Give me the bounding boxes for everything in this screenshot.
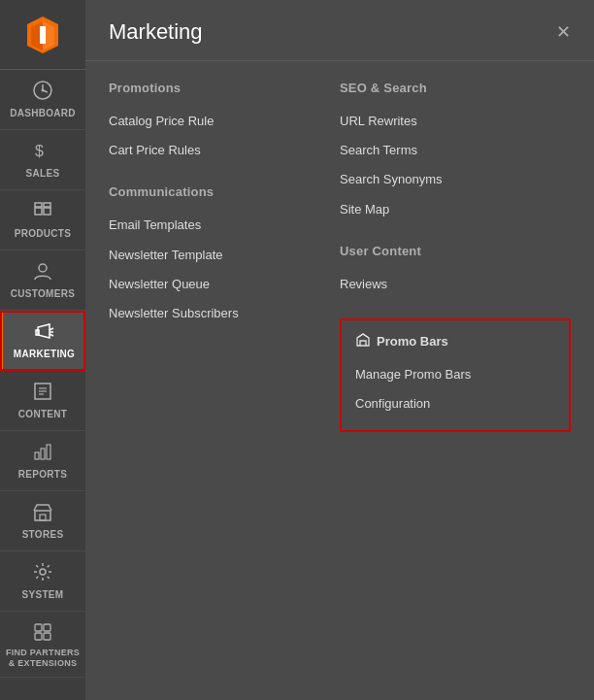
svg-rect-9 <box>35 203 42 207</box>
right-column: SEO & Search URL Rewrites Search Terms S… <box>340 81 571 451</box>
sidebar-item-label-reports: REPORTS <box>18 469 67 481</box>
sidebar-item-products[interactable]: PRODUCTS <box>0 190 85 250</box>
svg-text:$: $ <box>35 143 44 159</box>
svg-rect-21 <box>35 452 39 459</box>
newsletter-template-item[interactable]: Newsletter Template <box>109 241 340 270</box>
partners-icon <box>32 619 53 644</box>
reports-icon <box>32 441 53 465</box>
sidebar-item-sales[interactable]: $ SALES <box>0 130 85 190</box>
stores-icon <box>32 501 53 525</box>
promotions-section-title: Promotions <box>109 81 340 95</box>
sidebar: DASHBOARD $ SALES PRODUCTS CUSTOM <box>0 0 85 700</box>
promotions-section: Promotions Catalog Price Rule Cart Price… <box>109 81 340 165</box>
newsletter-subscribers-item[interactable]: Newsletter Subscribers <box>109 299 340 328</box>
svg-rect-3 <box>40 26 46 44</box>
sidebar-item-stores[interactable]: STORES <box>0 491 85 551</box>
system-icon <box>32 561 53 585</box>
sidebar-item-dashboard[interactable]: DASHBOARD <box>0 70 85 130</box>
dashboard-icon <box>32 80 53 104</box>
sidebar-logo <box>0 0 85 70</box>
catalog-price-rule-item[interactable]: Catalog Price Rule <box>109 107 340 136</box>
svg-point-5 <box>42 89 45 92</box>
svg-rect-27 <box>35 624 42 631</box>
panel-header: Marketing ✕ <box>85 0 594 61</box>
sidebar-item-label-dashboard: DASHBOARD <box>10 108 76 119</box>
sidebar-item-system[interactable]: SYSTEM <box>0 551 85 612</box>
panel-title: Marketing <box>109 19 203 45</box>
site-map-item[interactable]: Site Map <box>340 195 571 224</box>
svg-rect-8 <box>44 208 50 215</box>
marketing-icon <box>34 320 55 345</box>
configuration-item[interactable]: Configuration <box>355 389 555 418</box>
content-icon <box>32 381 53 405</box>
sidebar-item-label-content: CONTENT <box>18 409 67 420</box>
svg-rect-24 <box>35 511 50 520</box>
seo-search-section: SEO & Search URL Rewrites Search Terms S… <box>340 81 571 224</box>
newsletter-queue-item[interactable]: Newsletter Queue <box>109 270 340 299</box>
svg-rect-29 <box>35 633 42 640</box>
promo-bars-title: Promo Bars <box>355 332 555 350</box>
email-templates-item[interactable]: Email Templates <box>109 211 340 240</box>
seo-search-section-title: SEO & Search <box>340 81 571 95</box>
svg-rect-10 <box>44 203 50 207</box>
sidebar-item-label-system: SYSTEM <box>22 589 64 601</box>
svg-rect-28 <box>44 624 50 631</box>
communications-section: Communications Email Templates Newslette… <box>109 184 340 328</box>
user-content-section-title: User Content <box>340 244 571 258</box>
svg-rect-23 <box>47 445 50 459</box>
sidebar-item-label-customers: CUSTOMERS <box>11 288 75 300</box>
search-terms-item[interactable]: Search Terms <box>340 136 571 165</box>
customers-icon <box>32 260 53 284</box>
marketing-panel: Marketing ✕ Promotions Catalog Price Rul… <box>85 0 594 700</box>
sidebar-item-label-marketing: MARKETING <box>14 349 75 360</box>
promo-bars-icon <box>355 332 371 350</box>
sidebar-item-content[interactable]: CONTENT <box>0 371 85 431</box>
communications-section-title: Communications <box>109 184 340 199</box>
sidebar-item-marketing[interactable]: MARKETING <box>0 311 85 371</box>
svg-rect-7 <box>35 208 42 215</box>
svg-rect-25 <box>40 515 46 520</box>
left-column: Promotions Catalog Price Rule Cart Price… <box>109 81 340 451</box>
promo-bars-section: Promo Bars Manage Promo Bars Configurati… <box>340 318 571 432</box>
reviews-item[interactable]: Reviews <box>340 270 571 299</box>
sidebar-item-label-products: PRODUCTS <box>15 228 72 240</box>
cart-price-rules-item[interactable]: Cart Price Rules <box>109 136 340 165</box>
sales-icon: $ <box>32 140 53 164</box>
promo-bars-box: Promo Bars Manage Promo Bars Configurati… <box>340 318 571 432</box>
sidebar-item-label-partners: FIND PARTNERS & EXTENSIONS <box>4 648 82 669</box>
close-button[interactable]: ✕ <box>556 23 571 41</box>
svg-rect-30 <box>44 633 50 640</box>
user-content-section: User Content Reviews <box>340 244 571 299</box>
sidebar-item-label-stores: STORES <box>22 529 64 541</box>
promo-bars-section-title: Promo Bars <box>377 334 448 349</box>
manage-promo-bars-item[interactable]: Manage Promo Bars <box>355 360 555 389</box>
sidebar-item-partners[interactable]: FIND PARTNERS & EXTENSIONS <box>0 612 85 678</box>
svg-marker-12 <box>38 324 50 338</box>
products-icon <box>32 200 53 224</box>
svg-rect-22 <box>41 449 45 459</box>
sidebar-item-label-sales: SALES <box>26 168 60 180</box>
sidebar-item-reports[interactable]: REPORTS <box>0 431 85 491</box>
panel-content: Promotions Catalog Price Rule Cart Price… <box>85 61 594 471</box>
url-rewrites-item[interactable]: URL Rewrites <box>340 107 571 136</box>
search-synonyms-item[interactable]: Search Synonyms <box>340 165 571 194</box>
magento-logo-icon <box>22 15 63 55</box>
sidebar-item-customers[interactable]: CUSTOMERS <box>0 250 85 311</box>
svg-point-11 <box>39 264 47 272</box>
svg-point-26 <box>40 569 46 575</box>
